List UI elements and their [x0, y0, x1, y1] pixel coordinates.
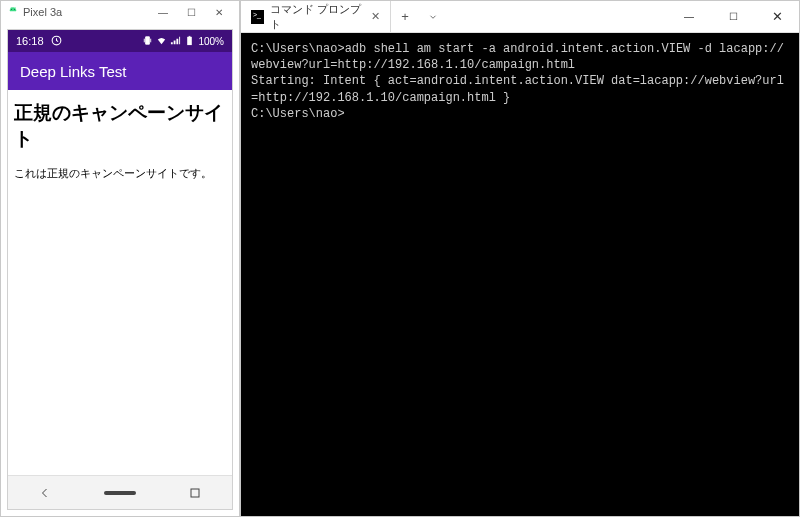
- page-paragraph: これは正規のキャンペーンサイトです。: [14, 166, 226, 181]
- svg-rect-4: [189, 35, 191, 36]
- close-button[interactable]: ✕: [205, 1, 233, 23]
- home-button[interactable]: [104, 482, 136, 504]
- clock: 16:18: [16, 35, 44, 47]
- maximize-button[interactable]: ☐: [177, 1, 205, 23]
- app-bar: Deep Links Test: [8, 52, 232, 90]
- back-button[interactable]: [29, 482, 61, 504]
- maximize-button[interactable]: ☐: [711, 1, 755, 32]
- cmd-icon: [251, 10, 264, 24]
- page-heading: 正規のキャンペーンサイト: [14, 100, 226, 152]
- android-navbar: [8, 475, 232, 509]
- terminal-prompt: C:\Users\nao>: [251, 106, 789, 122]
- vibrate-icon: [142, 35, 153, 48]
- svg-rect-3: [188, 36, 193, 44]
- terminal-line: C:\Users\nao>adb shell am start -a andro…: [251, 41, 789, 73]
- emulator-title: Pixel 3a: [23, 6, 62, 18]
- new-tab-button[interactable]: +: [391, 1, 419, 32]
- terminal-titlebar[interactable]: コマンド プロンプト ✕ + — ☐ ✕: [241, 1, 799, 33]
- app-title: Deep Links Test: [20, 63, 126, 80]
- android-statusbar: 16:18 100%: [8, 30, 232, 52]
- notification-icon: [50, 34, 63, 49]
- svg-rect-5: [191, 489, 199, 497]
- tab-title: コマンド プロンプト: [270, 2, 361, 32]
- device-screen: 16:18 100% Deep Links Test 正規のキャンペーンサイト …: [7, 29, 233, 510]
- svg-point-0: [11, 9, 12, 10]
- tab-dropdown-button[interactable]: [419, 1, 447, 32]
- terminal-tab[interactable]: コマンド プロンプト ✕: [241, 1, 391, 32]
- terminal-line: Starting: Intent { act=android.intent.ac…: [251, 73, 789, 105]
- tab-close-icon[interactable]: ✕: [371, 10, 380, 23]
- emulator-window: Pixel 3a — ☐ ✕ 16:18 100% Deep Links Tes…: [0, 0, 240, 517]
- svg-point-1: [14, 9, 15, 10]
- battery-icon: [184, 35, 195, 48]
- minimize-button[interactable]: —: [667, 1, 711, 32]
- signal-icon: [170, 35, 181, 48]
- battery-text: 100%: [198, 36, 224, 47]
- emulator-titlebar[interactable]: Pixel 3a — ☐ ✕: [1, 1, 239, 23]
- minimize-button[interactable]: —: [149, 1, 177, 23]
- webview-content[interactable]: 正規のキャンペーンサイト これは正規のキャンペーンサイトです。: [8, 90, 232, 475]
- wifi-icon: [156, 35, 167, 48]
- terminal-output[interactable]: C:\Users\nao>adb shell am start -a andro…: [241, 33, 799, 516]
- close-button[interactable]: ✕: [755, 1, 799, 32]
- android-icon: [7, 6, 19, 18]
- overview-button[interactable]: [179, 482, 211, 504]
- terminal-window: コマンド プロンプト ✕ + — ☐ ✕ C:\Users\nao>adb sh…: [240, 0, 800, 517]
